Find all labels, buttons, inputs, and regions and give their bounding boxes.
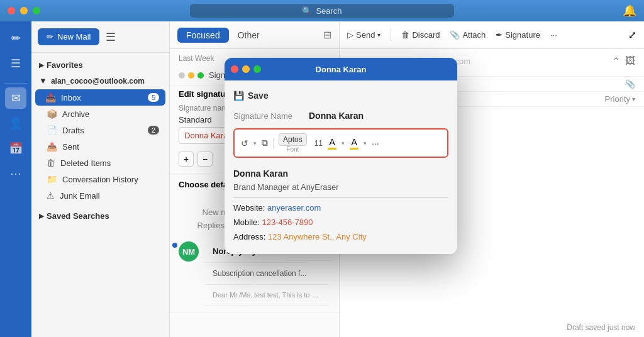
chevron-icon: ▶ bbox=[39, 213, 44, 219]
sidebar-item-junk[interactable]: ⚠ Junk Email bbox=[31, 187, 169, 204]
more-toolbar-button[interactable]: ··· bbox=[550, 30, 557, 40]
sig-name-label: Signature Name bbox=[233, 111, 309, 121]
text-color-icon: A bbox=[351, 137, 357, 147]
sidebar-favorites-header[interactable]: ▶ Favorites bbox=[31, 58, 169, 72]
junk-icon: ⚠ bbox=[47, 191, 55, 201]
sig-address-value: 123 Anywhere St., Any City bbox=[268, 232, 367, 241]
signature-modal: Donna Karan 💾 Save Signature Name Donna … bbox=[225, 58, 457, 254]
modal-close-button[interactable] bbox=[231, 65, 238, 73]
attach-button[interactable]: 📎 Attach bbox=[450, 30, 486, 40]
remove-signature-button[interactable]: − bbox=[197, 152, 213, 167]
avatar: NM bbox=[179, 241, 199, 262]
expand-icon[interactable]: ⤢ bbox=[628, 29, 636, 41]
search-bar[interactable]: 🔍 Search bbox=[190, 4, 454, 18]
new-mail-icon: ✏ bbox=[47, 32, 53, 41]
compose-icon-btn[interactable]: ✏ bbox=[5, 28, 26, 49]
tab-bar: Focused Other ⊟ bbox=[170, 21, 339, 49]
conversation-icon: 📁 bbox=[47, 174, 57, 184]
unread-dot bbox=[172, 243, 177, 248]
sig-website-row: Website: anyeraser.com bbox=[233, 202, 448, 215]
formatting-toolbar: ↺ ▾ ⧉ Aptos Font 11 A ▾ A ▾ bbox=[233, 128, 448, 158]
filter-icon[interactable]: ⊟ bbox=[323, 29, 331, 41]
modal-title-bar: Donna Karan bbox=[225, 58, 457, 80]
drafts-icon: 📄 bbox=[47, 125, 57, 135]
sig-person-name: Donna Karan bbox=[233, 167, 448, 180]
calendar-icon-btn[interactable]: 📅 bbox=[5, 138, 26, 159]
window-controls bbox=[8, 7, 40, 14]
modal-maximize-button[interactable] bbox=[253, 65, 261, 73]
sidebar-item-sent[interactable]: 📤 Sent bbox=[31, 138, 169, 155]
font-label: Font bbox=[286, 146, 299, 153]
search-icon: 🔍 bbox=[302, 6, 312, 16]
photo-icon[interactable]: 🖼 bbox=[625, 55, 635, 67]
divider bbox=[233, 197, 448, 198]
more-format-button[interactable]: ··· bbox=[372, 138, 379, 148]
saved-searches-header[interactable]: ▶ Saved Searches bbox=[31, 209, 169, 223]
modal-save-button[interactable]: 💾 Save bbox=[233, 89, 269, 102]
save-icon: 💾 bbox=[233, 91, 244, 101]
send-chevron-icon: ▾ bbox=[377, 31, 380, 38]
add-signature-button[interactable]: + bbox=[179, 152, 194, 167]
sidebar-content: ▶ Favorites ▼ alan_cocoo@outlook.com 📥 I… bbox=[31, 53, 169, 337]
signature-icon: ✒ bbox=[496, 30, 502, 40]
highlight-color-button[interactable]: A bbox=[328, 137, 336, 150]
search-placeholder: Search bbox=[316, 6, 341, 16]
sig-name-value: Donna Karan bbox=[309, 111, 364, 121]
draft-status: Draft saved just now bbox=[567, 323, 635, 332]
modal-window-controls bbox=[231, 65, 261, 73]
highlight-color-bar bbox=[328, 148, 336, 150]
tab-focused[interactable]: Focused bbox=[177, 28, 229, 43]
copy-format-button[interactable]: ⧉ bbox=[262, 138, 268, 148]
collapse-icon[interactable]: ⌃ bbox=[612, 55, 620, 67]
modal-body: 💾 Save Signature Name Donna Karan ↺ ▾ ⧉ … bbox=[225, 80, 457, 254]
sig-website-link[interactable]: anyeraser.com bbox=[267, 203, 321, 213]
text-color-chevron-icon: ▾ bbox=[364, 140, 367, 146]
notification-icon[interactable]: 🔔 bbox=[623, 4, 636, 18]
sidebar: ✏ New Mail ☰ ▶ Favorites ▼ alan_cocoo@ou… bbox=[31, 21, 170, 337]
text-color-button[interactable]: A bbox=[350, 137, 358, 150]
text-color-bar bbox=[350, 148, 358, 150]
sidebar-item-conversation-history[interactable]: 📁 Conversation History bbox=[31, 171, 169, 187]
discard-button[interactable]: 🗑 Discard bbox=[401, 30, 440, 40]
more-apps-icon-btn[interactable]: ⋯ bbox=[5, 163, 26, 184]
sig-address-row: Address: 123 Anywhere St., Any City bbox=[233, 231, 448, 244]
sig-mobile-value: 123-456-7890 bbox=[262, 218, 313, 227]
email-header-actions: ⌃ 🖼 bbox=[612, 55, 635, 67]
maximize-button[interactable] bbox=[33, 7, 40, 14]
deleted-icon: 🗑 bbox=[47, 158, 55, 168]
compose-toolbar: ▷ Send ▾ 🗑 Discard 📎 Attach ✒ Signature … bbox=[340, 21, 644, 49]
priority-label[interactable]: Priority ▾ bbox=[605, 94, 635, 104]
close-button[interactable] bbox=[8, 7, 15, 14]
contacts-icon-btn[interactable]: 👤 bbox=[5, 113, 26, 134]
hamburger-icon-btn[interactable]: ☰ bbox=[5, 53, 26, 74]
title-bar: 🔍 Search 🔔 bbox=[0, 0, 644, 21]
font-selector[interactable]: Aptos bbox=[279, 133, 307, 146]
new-mail-button[interactable]: ✏ New Mail bbox=[38, 28, 99, 45]
sig-mobile-row: Mobile: 123-456-7890 bbox=[233, 216, 448, 229]
sent-icon: 📤 bbox=[47, 141, 57, 152]
sidebar-item-inbox[interactable]: 📥 Inbox 5 bbox=[35, 89, 165, 106]
modal-minimize-button[interactable] bbox=[242, 65, 250, 73]
send-button[interactable]: ▷ Send ▾ bbox=[347, 30, 380, 40]
sidebar-item-archive[interactable]: 📦 Archive bbox=[31, 106, 169, 122]
inbox-icon: 📥 bbox=[45, 92, 56, 102]
signature-button[interactable]: ✒ Signature bbox=[496, 30, 540, 40]
mail-icon-btn[interactable]: ✉ bbox=[5, 87, 26, 109]
tab-other[interactable]: Other bbox=[229, 28, 269, 43]
attachment-icon: 📎 bbox=[625, 79, 635, 89]
sidebar-menu-button[interactable]: ☰ bbox=[106, 30, 116, 44]
separator bbox=[391, 30, 391, 41]
sidebar-item-drafts[interactable]: 📄 Drafts 2 bbox=[31, 122, 169, 138]
more-icon: ··· bbox=[550, 30, 557, 40]
icon-bar: ✏ ☰ ✉ 👤 📅 ⋯ bbox=[0, 21, 31, 337]
collapse-icon: ▼ bbox=[39, 76, 47, 86]
sig-person-title: Brand Manager at AnyEraser bbox=[233, 181, 448, 194]
sidebar-item-deleted[interactable]: 🗑 Deleted Items bbox=[31, 155, 169, 171]
font-size-display[interactable]: 11 bbox=[314, 139, 323, 148]
account-row[interactable]: ▼ alan_cocoo@outlook.com bbox=[31, 72, 169, 89]
undo-button[interactable]: ↺ bbox=[241, 138, 248, 148]
minimize-button[interactable] bbox=[20, 7, 28, 14]
archive-icon: 📦 bbox=[47, 109, 57, 119]
send-icon: ▷ bbox=[347, 30, 353, 40]
font-selector-group: Aptos Font bbox=[279, 133, 307, 153]
